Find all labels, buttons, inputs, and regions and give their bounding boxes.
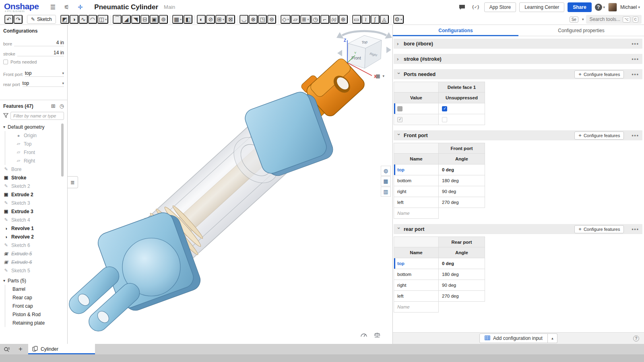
custom-feature-icon[interactable]: ◬ [380, 15, 389, 24]
feature-item-revolve-1[interactable]: ◑Revolve 1 [0, 224, 67, 232]
section-stroke[interactable]: › stroke (#stroke) ••• [394, 54, 642, 64]
front-port-row-right-name-cell[interactable]: right [394, 186, 439, 197]
front-port-configure-features-button[interactable]: +Configure features [574, 132, 624, 140]
rear-port-dropdown[interactable]: rear port top ▾ [3, 78, 64, 87]
feature-item-sketch-6[interactable]: ✎Sketch 6 [0, 241, 67, 249]
feature-item-top[interactable]: ▱Top [5, 140, 67, 148]
search-tabs-icon[interactable] [0, 344, 14, 354]
projected-curve-icon[interactable]: ∫ [371, 15, 380, 24]
ports-needed-checkbox[interactable] [3, 60, 8, 64]
mirror-icon[interactable]: ◧ [184, 15, 192, 24]
tree-scrollbar[interactable] [61, 123, 64, 177]
tab-cylinder[interactable]: Cylinder [28, 344, 95, 354]
move-face-icon[interactable]: ◳ [258, 15, 267, 24]
feature-item-extrude-3[interactable]: ▣Extrude 3 [0, 207, 67, 216]
se-caret-icon[interactable]: ▾ [582, 17, 584, 21]
rib-icon[interactable]: ⊟ [140, 15, 149, 24]
ports-row-1-unsuppressed-cell[interactable] [438, 114, 485, 125]
boolean-icon[interactable]: ◐ [197, 15, 206, 24]
stroke-input[interactable]: 14 in [17, 50, 64, 56]
rear-port-row-left-name-cell[interactable]: left [394, 291, 439, 302]
sketch-button[interactable]: ✎ Sketch [27, 15, 56, 24]
front-port-new-name-input[interactable]: Name [394, 208, 439, 219]
view-cube-faces[interactable]: Top Front Right [347, 35, 382, 68]
circular-pattern-icon[interactable]: ⊛ [339, 15, 348, 24]
rear-port-row-bottom-angle-cell[interactable]: 180 deg [438, 269, 485, 280]
bore-overflow-menu-icon[interactable]: ••• [632, 41, 639, 47]
view-cube[interactable]: Top Front Right Z X Y [334, 28, 392, 88]
ports-row-1-value-cell[interactable] [394, 114, 439, 125]
tree-group-default-geometry[interactable]: ▾Default geometry [0, 123, 67, 131]
shell-icon[interactable]: ▣ [150, 15, 159, 24]
part-item-rear-cap[interactable]: Rear cap [5, 293, 67, 302]
delete-part-icon[interactable]: ⊠ [226, 15, 235, 24]
feature-item-sketch-5[interactable]: ✎Sketch 5 [0, 266, 67, 275]
feature-item-extrude-2[interactable]: ▣Extrude 2 [0, 190, 67, 199]
feature-item-revolve-2[interactable]: ◑Revolve 2 [0, 232, 67, 241]
feature-item-stroke[interactable]: ▣Stroke [0, 173, 67, 182]
feature-item-sketch-2[interactable]: ✎Sketch 2 [0, 182, 67, 190]
add-configuration-input-button[interactable]: Add configuration input [479, 333, 548, 343]
feature-list-flyout-toggle[interactable]: ≣ [68, 176, 78, 188]
feature-filter-input[interactable]: Filter by name or type [10, 112, 64, 120]
sheet-metal-icon[interactable]: ⌐ [320, 15, 329, 24]
rear-port-row-bottom-name-cell[interactable]: bottom [394, 269, 439, 280]
helix-icon[interactable]: ◷ [311, 15, 320, 24]
add-configuration-caret-button[interactable]: ▲ [548, 333, 557, 343]
front-port-dropdown[interactable]: Front port top ▾ [3, 68, 64, 77]
onshape-logo[interactable]: Onshape A PTC BUSINESS [4, 2, 39, 12]
part-item-barrel[interactable]: Barrel [5, 285, 67, 293]
display-states-icon[interactable]: ◍ [381, 166, 391, 176]
enclose-icon[interactable]: ▭ [352, 15, 361, 24]
graphics-viewport[interactable]: Top Front Right Z X Y ▦ ▾ ≣ ◍ ▦ ▥ [68, 25, 392, 344]
parts-group-header[interactable]: ▾Parts (5) [0, 276, 67, 285]
user-avatar[interactable] [608, 3, 617, 12]
surface-icon[interactable]: ◇▾ [281, 15, 291, 24]
front-port-row-top-name-cell[interactable]: top [394, 165, 439, 175]
section-rear-port[interactable]: › rear port +Configure features ••• [394, 224, 642, 234]
fillet-icon[interactable]: ⌒ [113, 15, 122, 24]
plane-icon[interactable]: ▱ [291, 15, 300, 24]
feature-item-sketch-3[interactable]: ✎Sketch 3 [0, 199, 67, 207]
rear-port-row-left-angle-cell[interactable]: 270 deg [438, 291, 485, 302]
performance-gauge-icon[interactable] [360, 332, 367, 339]
feature-item-bore[interactable]: ✎Bore [0, 165, 67, 173]
document-structure-icon[interactable]: ⚟ [61, 2, 72, 12]
insert-new-element-icon[interactable]: ✛ [75, 2, 85, 12]
add-tab-button[interactable]: + [14, 344, 27, 354]
search-tools-input[interactable]: Search tools... ⌥ C [586, 15, 642, 24]
variable-icon[interactable]: (x) [330, 15, 339, 24]
rollback-history-icon[interactable]: ◷ [60, 103, 64, 109]
panel-help-icon[interactable]: ? [633, 335, 639, 341]
section-ports-needed[interactable]: › Ports needed +Configure features ••• [394, 69, 642, 79]
revolve-icon[interactable]: ◑ [70, 15, 78, 24]
bore-input[interactable]: 4 in [14, 40, 64, 46]
rear-port-row-top-name-cell[interactable]: top [394, 258, 439, 269]
ports-row-0-value-cell[interactable] [394, 103, 439, 114]
front-port-row-bottom-angle-cell[interactable]: 180 deg [438, 175, 485, 186]
learning-center-button[interactable]: Learning Center [519, 2, 564, 12]
ports-needed-checkbox-row[interactable]: Ports needed [3, 58, 64, 66]
featurescript-icon[interactable]: {✓} [471, 2, 481, 12]
replace-face-icon[interactable]: ⊜ [267, 15, 276, 24]
draft-icon[interactable]: ◥ [131, 15, 140, 24]
front-port-row-left-angle-cell[interactable]: 270 deg [438, 197, 485, 208]
se-badge[interactable]: Se [570, 16, 578, 23]
front-port-row-right-angle-cell[interactable]: 90 deg [438, 186, 485, 197]
feature-item-front[interactable]: ▱Front [5, 148, 67, 156]
delete-face-icon[interactable]: ⊗ [249, 15, 258, 24]
feature-item-origin[interactable]: ●Origin [5, 131, 67, 140]
measure-icon[interactable] [374, 332, 380, 339]
hole-icon[interactable]: ⊚ [159, 15, 168, 24]
workspace-name[interactable]: Main [164, 4, 175, 10]
section-bore[interactable]: › bore (#bore) ••• [394, 39, 642, 49]
front-port-row-top-angle-cell[interactable]: 0 deg [438, 165, 485, 175]
settings-gear-icon[interactable]: ⚙▾ [393, 15, 404, 24]
split-icon[interactable]: ⊘ [206, 15, 215, 24]
sweep-icon[interactable]: ∿ [79, 15, 88, 24]
thicken-icon[interactable]: ◫▾ [97, 15, 108, 24]
feature-item-extrude-6[interactable]: ▣Extrude 6 [0, 258, 67, 266]
checkbox-blue[interactable] [442, 106, 447, 111]
loft-icon[interactable]: ◠ [88, 15, 97, 24]
rear-port-new-name-input[interactable]: Name [394, 302, 439, 313]
